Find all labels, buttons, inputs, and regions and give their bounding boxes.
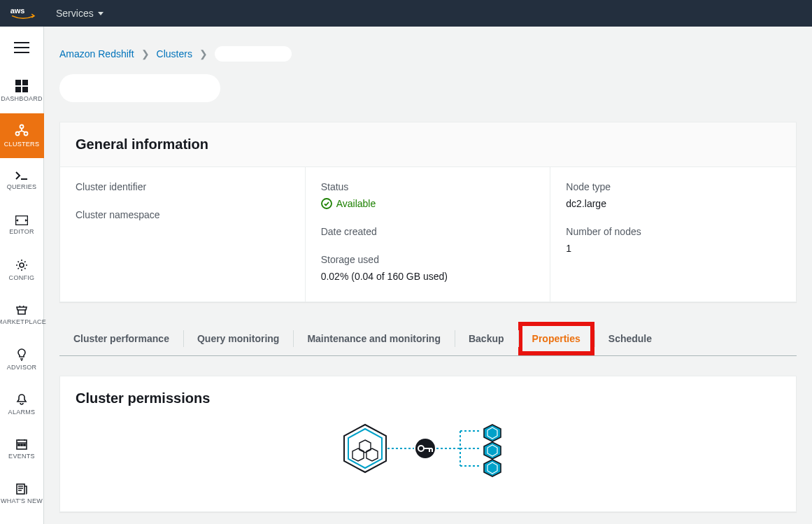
sidenav-label: CLUSTERS xyxy=(4,141,39,148)
tab-query-monitoring[interactable]: Query monitoring xyxy=(183,322,293,355)
sidenav-label: EVENTS xyxy=(8,453,35,460)
services-menu[interactable]: Services xyxy=(56,8,104,19)
svg-rect-13 xyxy=(24,444,25,446)
svg-marker-18 xyxy=(359,440,371,453)
chevron-right-icon: ❯ xyxy=(141,48,150,59)
svg-marker-16 xyxy=(344,425,386,472)
date-created-label: Date created xyxy=(321,226,535,237)
menu-toggle-icon[interactable] xyxy=(14,42,29,56)
cluster-identifier-label: Cluster identifier xyxy=(76,181,290,192)
svg-rect-4 xyxy=(22,87,28,92)
check-circle-icon xyxy=(321,198,332,209)
page-title xyxy=(44,62,812,122)
cluster-permissions-panel: Cluster permissions xyxy=(59,376,797,512)
general-col-3: Node type dc2.large Number of nodes 1 xyxy=(550,167,796,302)
storage-used-value: 0.02% (0.04 of 160 GB used) xyxy=(321,271,535,282)
general-col-2: Status Available Date created Storage us… xyxy=(306,167,551,302)
svg-rect-1 xyxy=(15,80,21,85)
permissions-diagram xyxy=(60,413,796,490)
sidenav-item-editor[interactable]: EDITOR xyxy=(0,203,44,248)
sidenav-label: EDITOR xyxy=(9,228,34,235)
node-type-value: dc2.large xyxy=(566,198,781,209)
svg-rect-2 xyxy=(22,80,28,85)
sidenav-label: ADVISOR xyxy=(7,364,37,371)
sidenav-item-clusters[interactable]: CLUSTERS xyxy=(0,113,44,158)
svg-point-15 xyxy=(322,199,332,208)
svg-text:aws: aws xyxy=(10,6,25,15)
breadcrumb: Amazon Redshift ❯ Clusters ❯ xyxy=(44,27,812,62)
clusters-icon xyxy=(15,124,29,138)
svg-point-9 xyxy=(20,263,24,267)
tab-backup[interactable]: Backup xyxy=(455,322,518,355)
advisor-icon xyxy=(17,348,27,361)
page-title-redacted xyxy=(59,74,220,102)
svg-rect-3 xyxy=(15,87,21,92)
svg-rect-11 xyxy=(18,444,20,446)
num-nodes-label: Number of nodes xyxy=(566,226,781,237)
sidenav-item-dashboard[interactable]: DASHBOARD xyxy=(0,69,44,113)
breadcrumb-root[interactable]: Amazon Redshift xyxy=(59,48,134,59)
sidenav-label: CONFIG xyxy=(9,274,35,281)
general-col-1: Cluster identifier Cluster namespace xyxy=(60,167,306,302)
aws-logo[interactable]: aws xyxy=(10,6,36,21)
tab-maintenance-monitoring[interactable]: Maintenance and monitoring xyxy=(293,322,455,355)
sidenav-item-alarms[interactable]: ALARMS xyxy=(0,382,44,427)
sidenav-item-queries[interactable]: QUERIES xyxy=(0,158,44,203)
storage-used-label: Storage used xyxy=(321,254,535,265)
sidenav-label: ALARMS xyxy=(8,409,36,416)
sidenav-item-events[interactable]: EVENTS xyxy=(0,427,44,472)
svg-marker-20 xyxy=(366,448,378,461)
sidenav-item-whatsnew[interactable]: WHAT'S NEW xyxy=(0,472,44,516)
dashboard-icon xyxy=(15,80,28,92)
num-nodes-value: 1 xyxy=(566,243,781,254)
svg-marker-19 xyxy=(352,448,364,461)
permissions-heading: Cluster permissions xyxy=(60,376,796,413)
news-icon xyxy=(16,483,27,495)
svg-marker-17 xyxy=(348,429,382,468)
status-text: Available xyxy=(336,198,376,209)
cluster-namespace-label: Cluster namespace xyxy=(76,209,290,220)
sidenav-item-advisor[interactable]: ADVISOR xyxy=(0,337,44,382)
calendar-icon xyxy=(16,439,27,450)
general-information-panel: General information Cluster identifier C… xyxy=(59,122,797,302)
tab-cluster-performance[interactable]: Cluster performance xyxy=(59,322,183,355)
top-header: aws Services xyxy=(0,0,812,27)
node-type-label: Node type xyxy=(566,181,781,192)
tabs: Cluster performance Query monitoring Mai… xyxy=(59,322,797,356)
tab-schedule[interactable]: Schedule xyxy=(594,322,666,355)
status-label: Status xyxy=(321,181,535,192)
svg-point-5 xyxy=(20,125,24,129)
editor-icon xyxy=(15,215,28,225)
bell-icon xyxy=(16,393,27,406)
queries-icon xyxy=(15,171,28,180)
chevron-right-icon: ❯ xyxy=(199,48,208,59)
panel-header: General information xyxy=(60,122,796,167)
sidenav-label: WHAT'S NEW xyxy=(1,497,43,504)
side-nav: DASHBOARD CLUSTERS QUERIES EDITOR xyxy=(0,27,44,524)
services-label: Services xyxy=(56,8,94,19)
main-content: Amazon Redshift ❯ Clusters ❯ General inf… xyxy=(44,27,812,524)
status-value: Available xyxy=(321,198,535,209)
sidenav-label: MARKETPLACE xyxy=(0,318,46,325)
chevron-down-icon xyxy=(98,12,104,15)
breadcrumb-current-redacted xyxy=(215,46,292,62)
sidenav-item-marketplace[interactable]: MARKETPLACE xyxy=(0,292,44,337)
svg-rect-14 xyxy=(17,484,24,494)
breadcrumb-parent[interactable]: Clusters xyxy=(157,48,192,59)
gear-icon xyxy=(15,259,28,271)
sidenav-item-config[interactable]: CONFIG xyxy=(0,248,44,292)
sidenav-label: DASHBOARD xyxy=(1,95,43,102)
sidenav-label: QUERIES xyxy=(7,183,37,190)
panel-heading: General information xyxy=(76,136,781,153)
svg-rect-12 xyxy=(21,444,22,446)
marketplace-icon xyxy=(15,304,28,316)
tab-properties[interactable]: Properties xyxy=(518,322,594,355)
